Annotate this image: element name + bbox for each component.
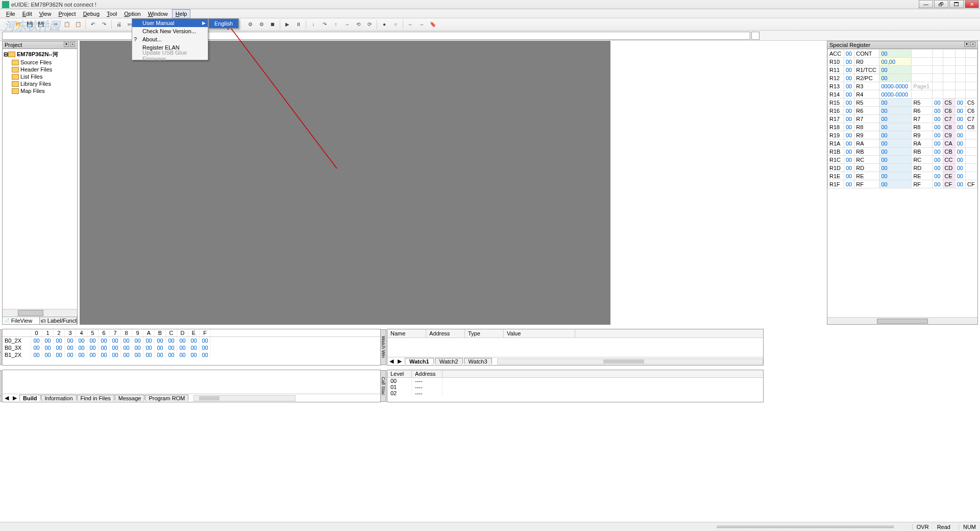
register-cell[interactable] xyxy=(933,50,943,58)
register-cell[interactable] xyxy=(966,74,977,82)
project-scrollbar[interactable] xyxy=(3,309,77,316)
register-cell[interactable]: C6 xyxy=(966,107,977,115)
project-tree[interactable]: ⊟ EM78P362N--河 Source FilesHeader FilesL… xyxy=(3,49,77,95)
register-cell[interactable]: 00 xyxy=(955,123,965,131)
register-cell[interactable]: 00 xyxy=(879,50,912,58)
register-cell[interactable]: R9 xyxy=(854,131,879,139)
register-cell[interactable]: 00 xyxy=(879,164,912,172)
register-cell[interactable] xyxy=(966,156,977,164)
register-cell[interactable]: R8 xyxy=(854,123,879,131)
register-cell[interactable] xyxy=(966,148,977,156)
register-cell[interactable]: 00 xyxy=(844,139,854,148)
output-tab-prev[interactable]: ◀ xyxy=(3,395,11,401)
register-cell[interactable] xyxy=(933,66,943,74)
tool-print[interactable]: 🖨 xyxy=(114,19,124,30)
tab-watch2[interactable]: Watch2 xyxy=(435,358,463,365)
register-cell[interactable]: 00 xyxy=(844,58,854,66)
register-cell[interactable]: 00 xyxy=(955,156,965,164)
hex-row[interactable]: B0_2X00000000000000000000000000000000 xyxy=(3,337,380,344)
register-cell[interactable]: 00 xyxy=(955,99,965,107)
register-cell[interactable]: 00 xyxy=(933,180,943,188)
tree-item[interactable]: Source Files xyxy=(4,59,76,66)
register-cell[interactable]: 00 xyxy=(879,139,912,148)
register-cell[interactable] xyxy=(933,74,943,82)
register-cell[interactable]: 00 xyxy=(844,82,854,90)
register-cell[interactable]: RC xyxy=(912,156,933,164)
register-cell[interactable]: R16 xyxy=(828,107,844,115)
register-cell[interactable]: R6 xyxy=(912,107,933,115)
register-cell[interactable]: RA xyxy=(854,139,879,148)
register-cell[interactable] xyxy=(912,50,933,58)
register-cell[interactable]: 00 xyxy=(844,148,854,156)
register-cell[interactable] xyxy=(966,50,977,58)
menu-tool[interactable]: Tool xyxy=(104,10,120,18)
register-cell[interactable]: R10 xyxy=(828,58,844,66)
register-cell[interactable]: R1E xyxy=(828,172,844,180)
hex-row[interactable]: B0_3X00000000000000000000000000000000 xyxy=(3,344,380,351)
register-cell[interactable]: 00 xyxy=(844,99,854,107)
watch-col-type[interactable]: Type xyxy=(465,329,504,337)
register-cell[interactable]: 00 xyxy=(933,156,943,164)
register-cell[interactable]: R9 xyxy=(912,131,933,139)
panel-dock-icon[interactable]: ▾ xyxy=(964,42,969,47)
stack-row[interactable]: 00---- xyxy=(387,378,763,384)
register-cell[interactable]: CA xyxy=(943,139,955,148)
tab-message[interactable]: Message xyxy=(115,395,145,401)
register-cell[interactable]: 00 xyxy=(844,107,854,115)
register-cell[interactable]: R17 xyxy=(828,115,844,123)
menu-check-version[interactable]: Check New Version... xyxy=(132,27,208,35)
menu-user-manual[interactable]: User Manual ▶ xyxy=(132,19,208,27)
register-cell[interactable]: 00 xyxy=(844,74,854,82)
tool-rebuild[interactable]: ⚙ xyxy=(256,19,266,30)
tab-information[interactable]: Information xyxy=(41,395,77,401)
tool-prev[interactable]: ← xyxy=(405,19,415,30)
register-cell[interactable]: 00 xyxy=(879,99,912,107)
register-cell[interactable]: CONT xyxy=(854,50,879,58)
register-cell[interactable]: R15 xyxy=(828,99,844,107)
register-cell[interactable]: 00 xyxy=(879,66,912,74)
tool-stepinto[interactable]: ↓ xyxy=(308,19,318,30)
register-cell[interactable] xyxy=(933,82,943,90)
register-cell[interactable]: R1C xyxy=(828,156,844,164)
tool-bookmark[interactable]: 🔖 xyxy=(428,19,438,30)
register-cell[interactable]: R4 xyxy=(854,90,879,99)
register-cell[interactable]: 00 xyxy=(879,156,912,164)
register-cell[interactable] xyxy=(912,66,933,74)
tree-item[interactable]: Library Files xyxy=(4,80,76,87)
register-cell[interactable]: 00 xyxy=(879,131,912,139)
register-cell[interactable]: R18 xyxy=(828,123,844,131)
submenu-english[interactable]: English xyxy=(209,19,238,28)
register-cell[interactable]: 00 xyxy=(879,148,912,156)
tree-root[interactable]: ⊟ EM78P362N--河 xyxy=(4,50,76,59)
register-cell[interactable]: 00 xyxy=(933,123,943,131)
register-cell[interactable]: R19 xyxy=(828,131,844,139)
register-cell[interactable] xyxy=(943,50,955,58)
register-cell[interactable]: CD xyxy=(943,164,955,172)
watch-col-name[interactable]: Name xyxy=(387,329,426,337)
menu-debug[interactable]: Debug xyxy=(80,10,103,18)
register-cell[interactable]: CF xyxy=(966,180,977,188)
register-cell[interactable]: RB xyxy=(912,148,933,156)
tab-programrom[interactable]: Program ROM xyxy=(145,395,188,401)
register-cell[interactable]: 00 xyxy=(879,107,912,115)
register-cell[interactable]: R12 xyxy=(828,74,844,82)
tab-watch1[interactable]: Watch1 xyxy=(405,358,434,365)
watch-col-address[interactable]: Address xyxy=(426,329,465,337)
register-cell[interactable]: 00 xyxy=(933,139,943,148)
tool-saveall[interactable]: 💾 xyxy=(36,19,46,30)
tool-paste[interactable]: 📋 xyxy=(73,19,83,30)
menu-about[interactable]: ? About... xyxy=(132,35,208,43)
register-cell[interactable]: 00 xyxy=(933,107,943,115)
register-cell[interactable]: 00 xyxy=(844,115,854,123)
stack-row[interactable]: 01---- xyxy=(387,384,763,390)
menu-window[interactable]: Window xyxy=(145,10,171,18)
register-cell[interactable]: Page1 xyxy=(912,82,933,90)
stack-col-address[interactable]: Address xyxy=(412,370,443,377)
register-cell[interactable]: RC xyxy=(854,156,879,164)
tab-labelfunc[interactable]: 🏷 Label/Funct... xyxy=(40,317,77,324)
output-tab-next[interactable]: ▶ xyxy=(11,395,19,401)
tree-item[interactable]: Map Files xyxy=(4,87,76,94)
register-cell[interactable]: 00 xyxy=(844,172,854,180)
register-cell[interactable]: RF xyxy=(854,180,879,188)
watch-col-value[interactable]: Value xyxy=(504,329,575,337)
